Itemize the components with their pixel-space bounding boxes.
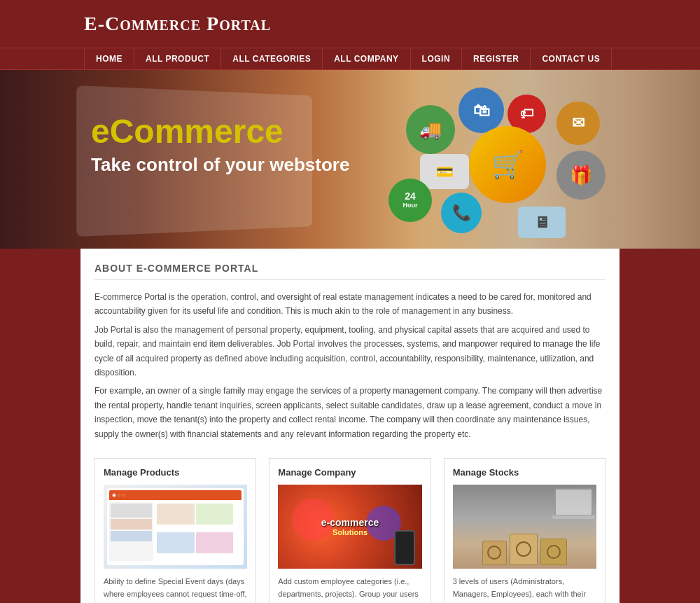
feature-image-products: ◉ ○ ○ (104, 485, 247, 569)
nav-bar: HOME ALL PRODUCT ALL CATEGORIES ALL COMP… (0, 48, 700, 70)
feature-card-stocks: Manage Stocks (444, 458, 606, 603)
banner-subtitle: Take control of your webstore (91, 154, 349, 176)
main-content: ABOUT E-COMMERCE PORTAL E-commerce Porta… (80, 249, 620, 603)
header: E-Commerce Portal (0, 0, 700, 48)
site-title: E-Commerce Portal (84, 13, 271, 35)
nav-register[interactable]: REGISTER (462, 48, 531, 69)
nav-home[interactable]: HOME (84, 48, 134, 69)
nav-all-categories[interactable]: ALL CATEGORIES (221, 48, 323, 69)
feature-image-stocks (453, 485, 596, 569)
feature-desc-stocks: 3 levels of users (Administrators, Manag… (453, 576, 596, 603)
truck-icon: 🚚 (406, 105, 455, 154)
gift-icon: 🎁 (556, 151, 606, 200)
feature-title-stocks: Manage Stocks (453, 467, 596, 478)
hero-banner: eCommerce Take control of your webstore … (0, 70, 700, 249)
about-paragraph-2: Job Portal is also the management of per… (94, 323, 606, 380)
products-illustration: ◉ ○ ○ (104, 485, 247, 569)
nav-all-company[interactable]: ALL COMPANY (323, 48, 410, 69)
feature-title-products: Manage Products (104, 467, 247, 478)
phone-icon: 📞 (441, 193, 482, 233)
banner-title: eCommerce (91, 112, 349, 151)
banner-text-block: eCommerce Take control of your webstore (91, 112, 349, 176)
feature-title-company: Manage Company (278, 467, 421, 478)
feature-image-company: e-commerce Solutions (278, 485, 421, 569)
about-paragraph-3: For example, an owner of a single family… (94, 384, 606, 441)
about-title: ABOUT E-COMMERCE PORTAL (94, 263, 606, 280)
nav-all-product[interactable]: ALL PRODUCT (134, 48, 221, 69)
feature-card-products: Manage Products ◉ ○ ○ (94, 458, 256, 603)
monitor-icon: 🖥 (518, 207, 566, 238)
feature-desc-products: Ability to define Special Event days (da… (104, 576, 247, 603)
nav-contact-us[interactable]: CONTACT US (531, 48, 612, 69)
stocks-illustration (453, 485, 596, 569)
company-illustration: e-commerce Solutions (278, 485, 421, 569)
banner-icons: 🚚 🛍 🏷 ✉ 💳 🛒 🎁 24Hour 📞 🖥 (378, 84, 644, 238)
mail-icon: ✉ (556, 102, 600, 145)
about-paragraph-1: E-commerce Portal is the operation, cont… (94, 290, 606, 319)
card-icon: 💳 (420, 154, 469, 189)
bag-icon: 🛍 (458, 88, 504, 133)
clock-icon: 24Hour (388, 179, 432, 222)
cart-icon: 🛒 (469, 126, 546, 203)
feature-card-company: Manage Company e-commerce Solutions Add … (269, 458, 430, 603)
features-section: Manage Products ◉ ○ ○ (94, 458, 606, 603)
nav-login[interactable]: LOGIN (411, 48, 463, 69)
feature-desc-company: Add custom employee categories (i.e., de… (278, 576, 421, 603)
